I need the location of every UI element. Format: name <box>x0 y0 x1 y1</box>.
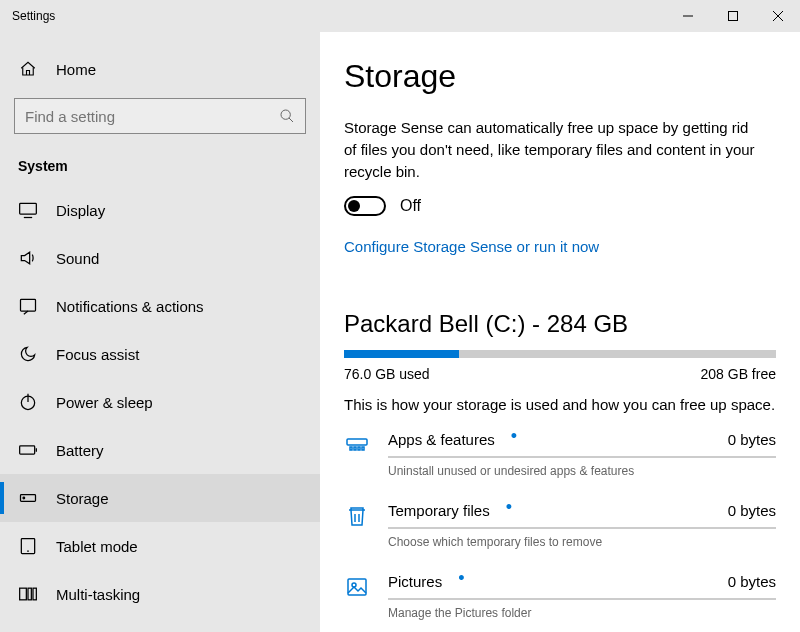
category-size: 0 bytes <box>728 431 776 448</box>
sidebar-item-label: Multi-tasking <box>56 586 140 603</box>
storage-sense-toggle[interactable] <box>344 196 386 216</box>
multitasking-icon <box>18 584 38 604</box>
sidebar-item-label: Notifications & actions <box>56 298 204 315</box>
svg-rect-24 <box>362 447 364 450</box>
sidebar-item-label: Focus assist <box>56 346 139 363</box>
category-bar <box>388 456 776 458</box>
category-desc: Choose which temporary files to remove <box>388 535 776 549</box>
titlebar: Settings <box>0 0 800 32</box>
minimize-button[interactable] <box>665 0 710 32</box>
usage-explain: This is how your storage is used and how… <box>344 396 776 413</box>
maximize-button[interactable] <box>710 0 755 32</box>
category-name: Temporary files <box>388 502 490 519</box>
sidebar-item-focus-assist[interactable]: Focus assist <box>0 330 320 378</box>
svg-rect-11 <box>20 446 35 454</box>
section-title: System <box>0 152 320 186</box>
search-icon <box>279 108 295 124</box>
svg-rect-18 <box>28 588 31 600</box>
sidebar-item-label: Tablet mode <box>56 538 138 555</box>
svg-rect-17 <box>20 588 27 600</box>
category-temp[interactable]: Temporary files • 0 bytes Choose which t… <box>344 502 776 549</box>
sound-icon <box>18 248 38 268</box>
svg-rect-6 <box>20 203 37 214</box>
sidebar-item-multitasking[interactable]: Multi-tasking <box>0 570 320 618</box>
loading-dot-icon: • <box>511 431 517 441</box>
sidebar-item-label: Sound <box>56 250 99 267</box>
pictures-icon <box>344 573 370 620</box>
sidebar-item-label: Battery <box>56 442 104 459</box>
svg-rect-20 <box>347 439 367 445</box>
category-desc: Uninstall unused or undesired apps & fea… <box>388 464 776 478</box>
category-size: 0 bytes <box>728 573 776 590</box>
trash-icon <box>344 502 370 549</box>
home-icon <box>18 60 38 78</box>
category-desc: Manage the Pictures folder <box>388 606 776 620</box>
power-icon <box>18 392 38 412</box>
category-name: Apps & features <box>388 431 495 448</box>
category-bar <box>388 527 776 529</box>
sidebar-item-label: Power & sleep <box>56 394 153 411</box>
storage-sense-description: Storage Sense can automatically free up … <box>344 117 764 182</box>
sidebar-item-display[interactable]: Display <box>0 186 320 234</box>
focus-assist-icon <box>18 344 38 364</box>
notifications-icon <box>18 296 38 316</box>
apps-icon <box>344 431 370 478</box>
sidebar-item-battery[interactable]: Battery <box>0 426 320 474</box>
sidebar-item-tablet[interactable]: Tablet mode <box>0 522 320 570</box>
svg-rect-23 <box>358 447 360 450</box>
drive-title: Packard Bell (C:) - 284 GB <box>344 310 776 338</box>
sidebar-item-label: Display <box>56 202 105 219</box>
category-bar <box>388 598 776 600</box>
svg-rect-22 <box>354 447 356 450</box>
svg-point-4 <box>281 110 290 119</box>
category-size: 0 bytes <box>728 502 776 519</box>
window-title: Settings <box>12 9 55 23</box>
svg-rect-21 <box>350 447 352 450</box>
sidebar: Home System Display Sound <box>0 32 320 632</box>
close-button[interactable] <box>755 0 800 32</box>
content-area: Storage Storage Sense can automatically … <box>320 32 800 632</box>
toggle-label: Off <box>400 197 421 215</box>
sidebar-item-label: Storage <box>56 490 109 507</box>
battery-icon <box>18 440 38 460</box>
loading-dot-icon: • <box>458 573 464 583</box>
svg-rect-1 <box>728 12 737 21</box>
sidebar-item-notifications[interactable]: Notifications & actions <box>0 282 320 330</box>
tablet-icon <box>18 536 38 556</box>
category-pictures[interactable]: Pictures • 0 bytes Manage the Pictures f… <box>344 573 776 620</box>
svg-rect-19 <box>33 588 36 600</box>
storage-icon <box>18 488 38 508</box>
category-name: Pictures <box>388 573 442 590</box>
sidebar-item-sound[interactable]: Sound <box>0 234 320 282</box>
category-apps[interactable]: Apps & features • 0 bytes Uninstall unus… <box>344 431 776 478</box>
drive-usage-bar <box>344 350 776 358</box>
svg-rect-27 <box>348 579 366 595</box>
svg-line-5 <box>289 118 293 122</box>
search-input[interactable] <box>25 108 279 125</box>
search-box[interactable] <box>14 98 306 134</box>
loading-dot-icon: • <box>506 502 512 512</box>
free-label: 208 GB free <box>701 366 777 382</box>
svg-rect-8 <box>21 299 36 311</box>
home-label: Home <box>56 61 96 78</box>
page-title: Storage <box>344 58 776 95</box>
sidebar-item-storage[interactable]: Storage <box>0 474 320 522</box>
configure-link[interactable]: Configure Storage Sense or run it now <box>344 238 599 255</box>
home-link[interactable]: Home <box>0 54 320 92</box>
used-label: 76.0 GB used <box>344 366 430 382</box>
sidebar-item-power[interactable]: Power & sleep <box>0 378 320 426</box>
svg-point-14 <box>23 497 25 499</box>
display-icon <box>18 200 38 220</box>
